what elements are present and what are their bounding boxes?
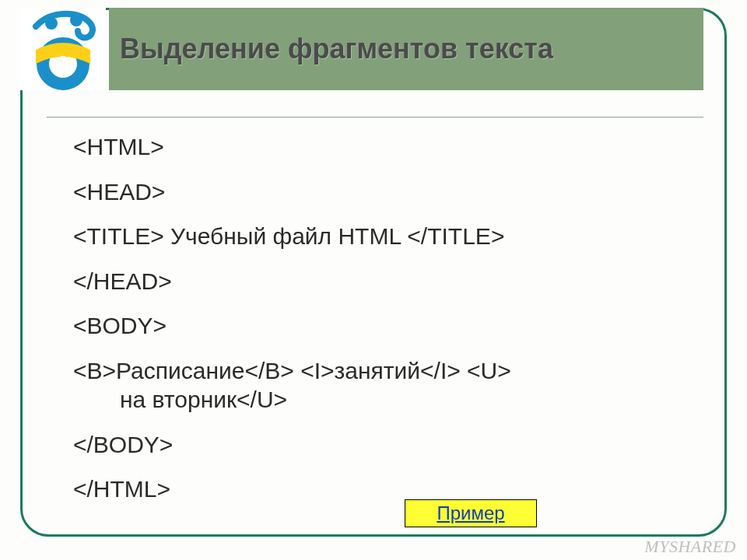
code-line: </BODY> (73, 430, 703, 460)
code-line: <B>Расписание</B> <I>занятий</I> <U> на … (73, 356, 703, 415)
svg-rect-3 (61, 56, 65, 64)
title-divider (47, 117, 703, 118)
example-link-label: Пример (437, 502, 504, 524)
code-line-part: <B>Расписание</B> <I>занятий</I> <U> (73, 358, 511, 383)
code-line: <HEAD> (73, 177, 703, 207)
ie-logo-icon (20, 8, 106, 90)
example-button[interactable]: Пример (405, 499, 537, 527)
svg-point-1 (70, 14, 82, 26)
slide-title: Выделение фрагментов текста (120, 33, 553, 65)
code-line-part: на вторник</U> (73, 385, 703, 415)
svg-point-0 (45, 17, 58, 30)
code-line: <HTML> (73, 132, 703, 162)
code-line: </HEAD> (73, 267, 703, 296)
watermark-text: MYSHARED (644, 537, 736, 557)
code-content: <HTML> <HEAD> <TITLE> Учебный файл HTML … (73, 132, 703, 520)
code-line: <TITLE> Учебный файл HTML </TITLE> (73, 222, 703, 251)
code-line: <BODY> (73, 311, 703, 341)
slide-title-band: Выделение фрагментов текста (109, 8, 703, 90)
code-line: </HTML> (73, 474, 703, 504)
